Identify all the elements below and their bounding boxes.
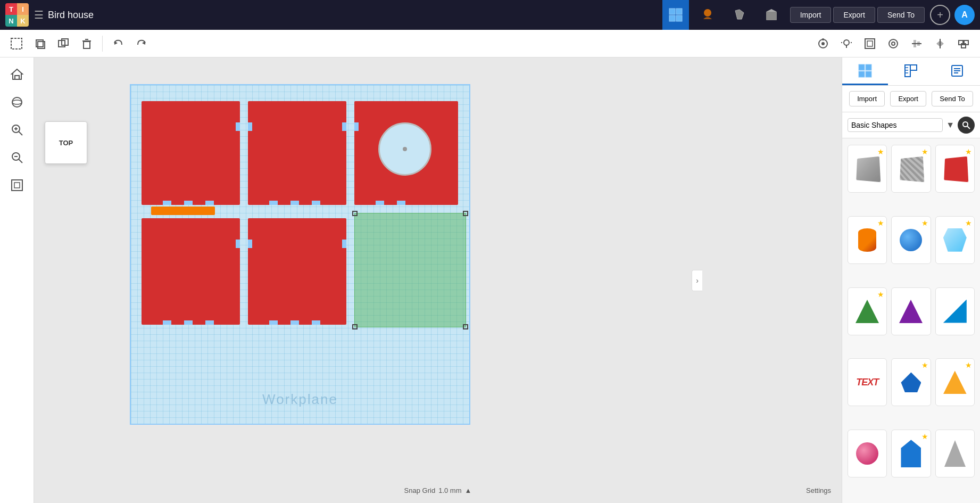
nav-tools-btn[interactable] — [726, 0, 753, 30]
notch — [342, 122, 346, 131]
svg-rect-2 — [669, 15, 675, 21]
panel-bottom-middle[interactable] — [248, 218, 346, 325]
pyramid-yellow-shape — [943, 370, 967, 394]
shape-sphere-pink[interactable] — [848, 430, 887, 477]
svg-rect-52 — [905, 65, 910, 77]
svg-marker-32 — [940, 40, 944, 47]
topbar-actions: Import Export Send To — [790, 7, 925, 23]
add-user-button[interactable]: + — [930, 5, 950, 25]
fit-view-button[interactable] — [5, 174, 29, 197]
shape-box-silver[interactable]: ★ — [848, 145, 887, 193]
selected-shape[interactable] — [354, 213, 466, 327]
zoom-in-button[interactable] — [5, 118, 29, 142]
shape-prism-blue[interactable]: ★ — [891, 358, 931, 406]
undo-button[interactable] — [108, 34, 128, 54]
shape-cone-grey[interactable] — [935, 430, 975, 477]
settings-label[interactable]: Settings — [806, 486, 831, 494]
select-all-button[interactable] — [6, 34, 27, 54]
orbit-button[interactable] — [5, 90, 29, 114]
right-import-button[interactable]: Import — [849, 91, 885, 106]
shape-ice[interactable]: ★ — [935, 216, 975, 264]
tab-notes[interactable] — [934, 57, 980, 85]
workplane[interactable]: Workplane — [130, 84, 470, 425]
handle-top-left[interactable] — [352, 211, 358, 216]
svg-rect-1 — [676, 9, 682, 14]
zoom-out-button[interactable] — [5, 146, 29, 169]
svg-rect-51 — [866, 71, 871, 77]
box-silver-shape — [856, 156, 881, 183]
panel-bottom-left[interactable] — [142, 218, 240, 325]
logo-n: N — [5, 15, 17, 27]
shapes-grid: ★ ★ ★ ★ — [842, 138, 980, 503]
svg-rect-47 — [14, 183, 20, 188]
handle-bottom-left[interactable] — [352, 324, 358, 329]
light-button[interactable] — [836, 34, 857, 54]
align-button-3[interactable] — [907, 34, 927, 54]
redo-button[interactable] — [131, 34, 152, 54]
camera-button[interactable] — [813, 34, 833, 54]
panel-top-left[interactable] — [142, 101, 240, 205]
svg-point-18 — [822, 38, 824, 40]
shape-text[interactable]: TEXT — [848, 358, 887, 406]
delete-button[interactable] — [77, 34, 97, 54]
panel-top-middle[interactable] — [248, 101, 346, 205]
svg-rect-7 — [36, 40, 43, 47]
shape-box-red[interactable]: ★ — [935, 145, 975, 193]
right-tools — [813, 34, 974, 54]
nav-gallery-btn[interactable] — [694, 0, 721, 30]
shape-wedge[interactable] — [935, 287, 975, 335]
copy-button[interactable] — [30, 34, 50, 54]
user-avatar[interactable]: A — [954, 5, 975, 25]
handle-bottom-right[interactable] — [463, 324, 468, 329]
home-view-button[interactable] — [5, 63, 29, 86]
handle-top-right[interactable] — [463, 211, 468, 216]
shape-prism-blue2[interactable]: ★ — [891, 430, 931, 477]
svg-rect-11 — [84, 42, 90, 48]
project-title[interactable]: Bird house — [48, 10, 94, 21]
search-shapes-button[interactable] — [958, 117, 975, 134]
send-to-button[interactable]: Send To — [877, 7, 925, 23]
svg-point-25 — [889, 39, 898, 48]
svg-point-4 — [704, 9, 711, 17]
shape-box-stripes[interactable]: ★ — [891, 145, 931, 193]
nav-grid-btn[interactable] — [662, 0, 689, 30]
nav-export-btn[interactable] — [758, 0, 785, 30]
app-logo: T I N K — [5, 3, 29, 27]
shape-pyramid-purple[interactable] — [891, 287, 931, 335]
right-send-to-button[interactable]: Send To — [932, 91, 973, 106]
collapse-panel-button[interactable]: › — [692, 270, 702, 291]
shape-sphere[interactable]: ★ — [891, 216, 931, 264]
tab-rulers[interactable] — [888, 57, 934, 85]
notch — [269, 201, 278, 205]
wedge-shape — [943, 300, 967, 323]
panel-top-right[interactable] — [354, 101, 458, 205]
shape-library-selector[interactable]: Basic Shapes — [848, 118, 943, 132]
sphere-shape — [900, 229, 922, 251]
export-button[interactable]: Export — [833, 7, 875, 23]
circle-hole — [378, 122, 431, 176]
shape-visual — [940, 296, 970, 326]
notch — [184, 320, 193, 325]
align-button-1[interactable] — [860, 34, 880, 54]
mirror-button[interactable] — [930, 34, 950, 54]
shape-visual — [896, 225, 926, 255]
group-button[interactable] — [953, 34, 974, 54]
top-bar: T I N K ☰ Bird house Import — [0, 0, 980, 30]
shape-cylinder[interactable]: ★ — [848, 216, 887, 264]
view-cube[interactable]: TOP — [45, 121, 87, 164]
svg-rect-56 — [910, 65, 917, 70]
notch — [163, 201, 171, 205]
orange-piece[interactable] — [151, 207, 215, 215]
selector-arrow[interactable]: ▼ — [946, 120, 954, 130]
canvas-area[interactable]: TOP — [34, 57, 842, 503]
menu-icon[interactable]: ☰ — [34, 9, 44, 21]
shape-pyramid-yellow[interactable]: ★ — [935, 358, 975, 406]
import-button[interactable]: Import — [790, 7, 832, 23]
right-export-button[interactable]: Export — [890, 91, 926, 106]
tab-shapes[interactable] — [842, 57, 888, 85]
snap-up-button[interactable]: ▲ — [465, 486, 472, 494]
align-button-2[interactable] — [883, 34, 903, 54]
duplicate-button[interactable] — [53, 34, 73, 54]
shape-pyramid-green[interactable]: ★ — [848, 287, 887, 335]
main-area: TOP — [0, 57, 980, 503]
